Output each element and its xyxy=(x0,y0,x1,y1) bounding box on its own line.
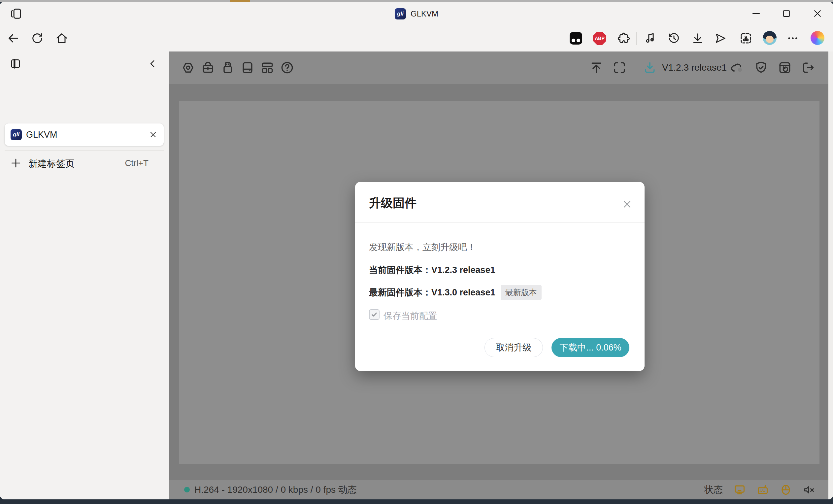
new-tab-shortcut: Ctrl+T xyxy=(125,158,149,168)
browser-toolbar: 不安全 https://glkvm/#/ aあ ABP xyxy=(0,25,833,51)
latest-version-value: V1.3.0 release1 xyxy=(431,287,495,298)
usb-device-icon[interactable] xyxy=(220,61,235,75)
browser-titlebar: gli GLKVM xyxy=(0,2,833,25)
profile-avatar[interactable] xyxy=(763,31,777,45)
disk-image-icon[interactable] xyxy=(240,61,255,75)
upgrade-firmware-dialog: 升级固件 发现新版本，立刻升级吧！ 当前固件版本：V1.2.3 release1… xyxy=(355,182,645,371)
fullscreen-icon[interactable] xyxy=(612,61,627,75)
layout-icon[interactable] xyxy=(260,61,275,75)
settings-more-icon[interactable] xyxy=(785,31,800,46)
current-version-line: 当前固件版本：V1.2.3 release1 xyxy=(369,264,495,276)
firmware-version-text: V1.2.3 release1 xyxy=(662,63,727,73)
close-tab-icon[interactable] xyxy=(143,123,164,146)
glkvm-favicon: gli xyxy=(395,8,406,20)
keyboard-status-icon[interactable] xyxy=(757,483,769,496)
toolbar-divider xyxy=(636,32,637,45)
dialog-message: 发现新版本，立刻升级吧！ xyxy=(369,241,476,253)
settings-nut-icon[interactable] xyxy=(181,61,195,75)
workspaces-icon[interactable] xyxy=(9,7,22,20)
reset-restore-icon[interactable] xyxy=(778,61,792,75)
new-tab-label: 新建标签页 xyxy=(28,158,75,170)
dialog-title: 升级固件 xyxy=(369,195,416,211)
tab-label: GLKVM xyxy=(26,130,143,140)
cancel-upgrade-button[interactable]: 取消升级 xyxy=(484,338,543,357)
dialog-header-divider xyxy=(355,222,645,223)
refresh-icon[interactable] xyxy=(31,32,44,45)
current-version-value: V1.2.3 release1 xyxy=(431,265,495,275)
window-right-edge xyxy=(828,51,833,499)
upload-icon[interactable] xyxy=(589,61,604,75)
mouse-status-icon[interactable] xyxy=(780,483,792,496)
history-icon[interactable] xyxy=(667,31,681,46)
save-config-label: 保存当前配置 xyxy=(383,310,437,322)
dialog-close-icon[interactable] xyxy=(619,196,635,212)
toolbox-icon[interactable] xyxy=(201,61,215,75)
vertical-tabs-sidebar: gli GLKVM 新建标签页 Ctrl+T xyxy=(0,51,169,499)
extensions-puzzle-icon[interactable] xyxy=(617,31,631,46)
minimize-button[interactable] xyxy=(748,6,764,21)
tab-actions-icon[interactable] xyxy=(9,57,22,70)
media-controls-icon[interactable] xyxy=(643,31,658,46)
downloading-progress-button[interactable]: 下载中... 0.06% xyxy=(551,338,629,357)
latest-version-line: 最新固件版本：V1.3.0 release1 最新版本 xyxy=(369,285,542,300)
kvm-page: V1.2.3 release1 H.264 - 1920x1080 / 0 kb… xyxy=(169,51,828,499)
downloads-icon[interactable] xyxy=(690,31,705,46)
latest-version-label: 最新固件版本： xyxy=(369,287,431,298)
send-to-devices-icon[interactable] xyxy=(713,31,728,46)
status-label[interactable]: 状态 xyxy=(704,483,723,496)
back-icon[interactable] xyxy=(7,32,20,45)
save-config-checkbox[interactable] xyxy=(369,309,380,320)
copilot-icon[interactable] xyxy=(811,31,825,45)
plus-icon xyxy=(9,157,22,170)
tab-glkvm[interactable]: gli GLKVM xyxy=(5,123,164,146)
kvm-toolbar: V1.2.3 release1 xyxy=(169,51,828,84)
stream-status-dot xyxy=(184,487,190,493)
current-version-label: 当前固件版本： xyxy=(369,264,431,276)
window-title: gli GLKVM xyxy=(395,2,438,25)
kvm-toolbar-divider xyxy=(634,61,634,74)
kvm-statusbar: H.264 - 1920x1080 / 0 kbps / 0 fps 动态 状态 xyxy=(169,480,828,499)
web-capture-icon[interactable] xyxy=(739,31,753,46)
cloud-status-icon[interactable] xyxy=(730,61,744,75)
tab-favicon: gli xyxy=(10,129,22,140)
shield-check-icon[interactable] xyxy=(754,61,768,75)
help-icon[interactable] xyxy=(280,61,294,75)
latest-version-badge: 最新版本 xyxy=(501,285,542,300)
adblock-plus-icon[interactable]: ABP xyxy=(592,31,607,46)
browser-window: gli GLKVM 不安全 xyxy=(0,2,833,499)
audio-muted-icon[interactable] xyxy=(803,483,815,496)
sidebar-divider xyxy=(5,150,164,151)
extension-dark-icon[interactable] xyxy=(569,31,583,46)
maximize-button[interactable] xyxy=(779,6,794,21)
monitor-status-icon[interactable] xyxy=(733,483,746,496)
stream-info-text: H.264 - 1920x1080 / 0 kbps / 0 fps 动态 xyxy=(194,483,357,496)
new-tab-button[interactable]: 新建标签页 Ctrl+T xyxy=(0,154,169,172)
logout-icon[interactable] xyxy=(801,61,815,75)
firmware-download-icon[interactable] xyxy=(643,61,657,75)
close-window-button[interactable] xyxy=(810,6,825,21)
window-title-text: GLKVM xyxy=(410,9,438,19)
collapse-sidebar-icon[interactable] xyxy=(146,57,159,70)
home-icon[interactable] xyxy=(55,32,68,45)
